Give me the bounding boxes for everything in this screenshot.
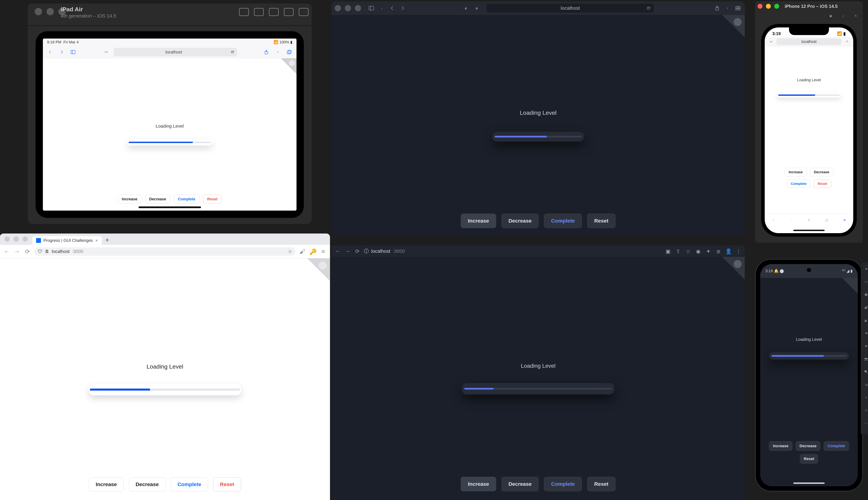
rotate-left-icon[interactable]: ⟲ [863,330,868,336]
new-tab-icon[interactable]: + [274,48,282,56]
min-dot[interactable] [766,4,771,9]
address-bar[interactable]: localhost ⟳ [487,4,654,13]
sidebar-icon[interactable] [368,5,375,11]
increase-button[interactable]: Increase [785,168,807,177]
decrease-button[interactable]: Decrease [501,214,539,228]
extensions-icon[interactable]: ✦ [705,248,711,254]
devtools-flap[interactable] [842,278,858,294]
close-icon[interactable]: ✕ [863,266,868,272]
increase-button[interactable]: Increase [89,477,124,491]
share-icon[interactable] [262,48,270,56]
increase-button[interactable]: Increase [461,214,496,228]
reload-icon[interactable]: ⟳ [647,5,651,11]
forward-icon[interactable]: → [13,248,21,255]
share-icon[interactable]: ⇧ [675,248,681,254]
forward-icon[interactable] [399,5,406,11]
devtools-flap[interactable] [281,58,297,74]
home-icon[interactable]: ⌂ [840,13,847,19]
reset-button[interactable]: Reset [800,454,818,464]
forward-icon[interactable] [58,48,66,56]
back-icon[interactable] [46,48,54,56]
profile-icon[interactable]: 👤 [725,248,732,254]
reset-button[interactable]: Reset [814,180,831,188]
back-icon[interactable]: ← [3,248,10,255]
decrease-button[interactable]: Decrease [145,195,170,204]
shield-icon[interactable]: 🛡 [38,249,42,254]
menu-icon[interactable]: ⋮ [735,248,742,254]
reload-icon[interactable]: ⟳ [354,248,361,254]
address-bar[interactable]: 🛡 🗎 localhost:3000 ☆ [34,247,296,256]
bookmarks-icon[interactable]: ▢ [823,216,831,224]
window-traffic-lights[interactable] [4,237,28,242]
complete-button[interactable]: Complete [544,477,582,491]
minimize-icon[interactable]: — [863,279,868,285]
rotate-icon[interactable]: ↻ [852,13,859,19]
reset-button[interactable]: Reset [587,477,616,491]
camera-icon[interactable]: 📷 [863,356,868,362]
rotate-right-icon[interactable]: ⟳ [863,343,868,349]
complete-button[interactable]: Complete [174,195,199,204]
extension-icon[interactable]: 🖌 [299,248,306,255]
reset-button[interactable]: Reset [213,477,241,491]
close-dot[interactable] [757,4,763,9]
forward-icon[interactable]: → [344,248,351,254]
reading-list-icon[interactable]: ≣ [715,248,721,254]
appearance-icon[interactable]: ◑ [473,5,480,11]
text-size-icon[interactable]: AA [767,38,775,45]
extension-icon[interactable]: 🔑 [309,248,316,255]
zoom-icon[interactable]: 🔍 [863,369,868,375]
home-indicator[interactable] [793,482,825,484]
back-icon[interactable] [389,5,396,11]
home-icon[interactable]: ○ [863,395,868,400]
tabs-icon[interactable] [285,48,293,56]
screenshot-icon[interactable]: ▣ [827,13,834,19]
complete-button[interactable]: Complete [824,441,849,451]
back-icon[interactable]: ◁ [863,382,868,387]
close-tab-icon[interactable]: × [95,238,98,243]
rotate-icon[interactable] [299,8,308,16]
back-icon[interactable]: ← [335,248,341,254]
decrease-button[interactable]: Decrease [129,477,165,491]
decrease-button[interactable]: Decrease [810,168,833,177]
complete-button[interactable]: Complete [544,214,582,228]
sidebar-icon[interactable] [69,48,77,56]
screenshot-icon[interactable] [254,8,264,16]
window-traffic-lights[interactable] [335,5,361,11]
shield-icon[interactable]: ◐ [462,5,470,11]
address-bar[interactable]: ⓘ localhost:3000 [364,248,661,254]
new-tab-icon[interactable]: + [724,5,731,11]
home-indicator[interactable] [138,206,201,208]
pin-icon[interactable] [239,8,249,16]
home-indicator[interactable] [793,230,825,231]
site-info-icon[interactable]: 🗎 [45,249,49,254]
forward-icon[interactable]: › [787,216,795,224]
star-icon[interactable]: ☆ [685,248,691,254]
reload-icon[interactable]: ⟳ [24,248,31,255]
menu-icon[interactable]: ≡ [320,248,327,255]
decrease-button[interactable]: Decrease [796,441,821,451]
reload-icon[interactable]: ⟳ [231,50,235,55]
share-icon[interactable] [713,5,721,11]
text-size-icon[interactable]: AA [102,48,110,56]
power-icon[interactable]: ⏻ [863,292,868,298]
increase-button[interactable]: Increase [118,195,141,204]
star-icon[interactable]: ☆ [288,249,292,254]
reload-icon[interactable]: ⟳ [843,38,851,45]
increase-button[interactable]: Increase [461,477,496,491]
reset-button[interactable]: Reset [587,214,616,228]
complete-button[interactable]: Complete [787,180,811,188]
more-icon[interactable]: ⋯ [863,420,868,426]
decrease-button[interactable]: Decrease [501,477,539,491]
back-icon[interactable]: ‹ [770,216,777,224]
share-icon[interactable]: ⇧ [805,216,813,224]
volume-down-icon[interactable]: 🔉 [863,317,868,323]
record-icon[interactable] [269,8,278,16]
volume-up-icon[interactable]: 🔊 [863,305,868,310]
tabs-icon[interactable] [734,5,742,11]
cast-icon[interactable]: ▣ [665,248,671,254]
tabs-icon[interactable]: ⧉ [841,216,848,224]
extension-icon[interactable]: ◉ [695,248,701,254]
address-bar[interactable]: localhost [777,38,842,45]
browser-tab[interactable]: Progress | GUI Challenges × [32,236,102,245]
complete-button[interactable]: Complete [171,477,208,491]
